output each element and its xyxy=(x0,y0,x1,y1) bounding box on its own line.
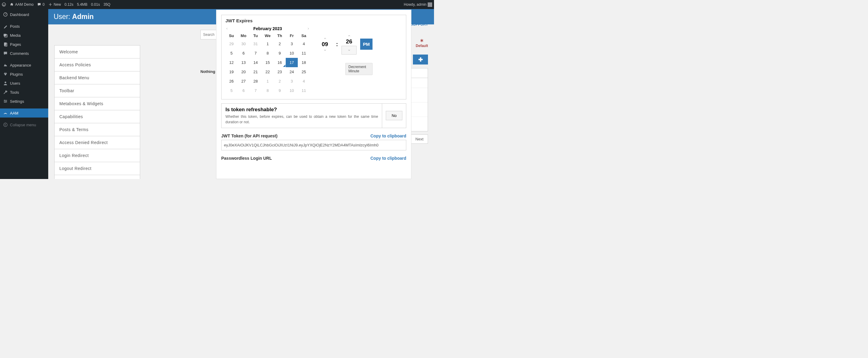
stat-2[interactable]: 0.01s xyxy=(91,2,100,7)
cal-day[interactable]: 10 xyxy=(286,86,298,95)
cal-day[interactable]: 8 xyxy=(261,48,274,58)
vert-tab-0[interactable]: Welcome xyxy=(55,45,140,59)
cal-day[interactable]: 3 xyxy=(286,39,298,48)
next-month-icon[interactable] xyxy=(307,27,310,30)
cal-day[interactable]: 13 xyxy=(238,58,250,67)
content-area: User: Admin WelcomeAccess PoliciesBacken… xyxy=(48,9,434,179)
cal-day[interactable]: 6 xyxy=(238,86,250,95)
nothing-label: Nothing xyxy=(200,69,215,74)
cal-day[interactable]: 1 xyxy=(261,39,274,48)
next-button[interactable]: Next xyxy=(411,134,428,144)
refresh-toggle[interactable]: No xyxy=(386,111,402,120)
cal-day[interactable]: 11 xyxy=(298,48,310,58)
vert-tab-5[interactable]: Capabilities xyxy=(55,110,140,123)
cal-day[interactable]: 17 xyxy=(286,58,298,67)
vert-tab-4[interactable]: Metaboxes & Widgets xyxy=(55,97,140,110)
cal-day[interactable]: 12 xyxy=(225,58,238,67)
minute-value: 26 xyxy=(346,38,352,45)
new-link[interactable]: New xyxy=(48,2,61,7)
sidebar-item-users[interactable]: Users xyxy=(0,79,48,88)
wp-logo[interactable] xyxy=(2,2,6,7)
cal-day[interactable]: 31 xyxy=(250,39,261,48)
cal-day[interactable]: 15 xyxy=(261,58,274,67)
cal-day[interactable]: 2 xyxy=(274,39,286,48)
collapse-menu[interactable]: Collapse menu xyxy=(0,120,48,129)
login-url-label: Passwordless Login URL xyxy=(221,156,272,161)
cal-day[interactable]: 20 xyxy=(238,67,250,76)
cal-day[interactable]: 2 xyxy=(274,76,286,86)
vert-tab-6[interactable]: Posts & Terms xyxy=(55,123,140,136)
comments-link[interactable]: 0 xyxy=(37,2,44,7)
cal-day[interactable]: 16 xyxy=(274,58,286,67)
vert-tab-9[interactable]: Logout Redirect xyxy=(55,162,140,175)
cal-day[interactable]: 27 xyxy=(238,76,250,86)
cal-day[interactable]: 24 xyxy=(286,67,298,76)
cal-day[interactable]: 5 xyxy=(225,86,238,95)
add-button[interactable]: ✚ xyxy=(413,55,428,64)
cal-day[interactable]: 18 xyxy=(298,58,310,67)
cal-day[interactable]: 25 xyxy=(298,67,310,76)
sidebar-item-tools[interactable]: Tools xyxy=(0,88,48,97)
sidebar-item-appearance[interactable]: Appearance xyxy=(0,61,48,70)
cal-day[interactable]: 8 xyxy=(261,86,274,95)
copy-jwt-link[interactable]: Copy to clipboard xyxy=(370,133,406,138)
vert-tab-1[interactable]: Access Policies xyxy=(55,59,140,71)
sidebar-item-pages[interactable]: Pages xyxy=(0,40,48,49)
cal-day[interactable]: 9 xyxy=(274,48,286,58)
admin-sidebar: Dashboard Posts Media Pages Comments App… xyxy=(0,9,48,179)
chevron-down-icon xyxy=(347,48,351,52)
sidebar-item-plugins[interactable]: Plugins xyxy=(0,70,48,79)
subtab-default[interactable]: Default xyxy=(415,38,428,48)
hour-down-icon[interactable] xyxy=(323,48,327,52)
cal-day[interactable]: 1 xyxy=(261,76,274,86)
cal-day[interactable]: 4 xyxy=(298,76,310,86)
vert-tab-7[interactable]: Access Denied Redirect xyxy=(55,136,140,149)
site-link[interactable]: AAM Demo xyxy=(10,2,33,7)
minute-up-icon[interactable] xyxy=(347,34,351,37)
sidebar-item-settings[interactable]: Settings xyxy=(0,97,48,106)
tab-support[interactable]: SUPPORT xyxy=(410,12,428,27)
sidebar-item-aam[interactable]: AAM xyxy=(0,108,48,118)
jwt-token-input[interactable] xyxy=(221,140,406,150)
vert-tab-10[interactable]: 404 Redirect xyxy=(55,175,140,179)
cal-day[interactable]: 4 xyxy=(298,39,310,48)
prev-month-icon[interactable] xyxy=(225,27,228,30)
sidebar-item-media[interactable]: Media xyxy=(0,31,48,40)
copy-login-link[interactable]: Copy to clipboard xyxy=(370,156,406,161)
cal-day[interactable]: 22 xyxy=(261,67,274,76)
stat-0[interactable]: 0.12s xyxy=(64,2,73,7)
cal-day[interactable]: 11 xyxy=(298,86,310,95)
ampm-toggle[interactable]: PM xyxy=(360,39,373,50)
cal-day[interactable]: 28 xyxy=(250,76,261,86)
cal-day[interactable]: 26 xyxy=(225,76,238,86)
cal-day[interactable]: 23 xyxy=(274,67,286,76)
vert-tab-8[interactable]: Login Redirect xyxy=(55,149,140,162)
cal-day[interactable]: 30 xyxy=(238,39,250,48)
cal-day[interactable]: 3 xyxy=(286,76,298,86)
cal-day[interactable]: 7 xyxy=(250,86,261,95)
svg-point-6 xyxy=(4,82,6,83)
cal-day[interactable]: 10 xyxy=(286,48,298,58)
search-input[interactable] xyxy=(200,30,217,39)
refresh-desc: Whether this token, before expires, can … xyxy=(225,114,378,125)
cal-day[interactable]: 7 xyxy=(250,48,261,58)
sidebar-item-comments[interactable]: Comments xyxy=(0,49,48,58)
hour-up-icon[interactable] xyxy=(323,37,327,40)
vert-tab-3[interactable]: Toolbar xyxy=(55,85,140,97)
cal-day[interactable]: 6 xyxy=(238,48,250,58)
cal-day[interactable]: 29 xyxy=(225,39,238,48)
stat-1[interactable]: 5.4MB xyxy=(77,2,87,7)
cal-day[interactable]: 9 xyxy=(274,86,286,95)
howdy[interactable]: Howdy, admin xyxy=(404,2,432,7)
svg-point-13 xyxy=(4,123,7,127)
cal-day[interactable]: 14 xyxy=(250,58,261,67)
stat-3[interactable]: 35Q xyxy=(103,2,110,7)
sidebar-item-dashboard[interactable]: Dashboard xyxy=(0,10,48,19)
cal-day[interactable]: 21 xyxy=(250,67,261,76)
sidebar-item-posts[interactable]: Posts xyxy=(0,22,48,31)
hour-value: 09 xyxy=(321,41,328,47)
minute-down-button[interactable] xyxy=(341,46,356,55)
cal-day[interactable]: 5 xyxy=(225,48,238,58)
cal-day[interactable]: 19 xyxy=(225,67,238,76)
vert-tab-2[interactable]: Backend Menu xyxy=(55,71,140,85)
